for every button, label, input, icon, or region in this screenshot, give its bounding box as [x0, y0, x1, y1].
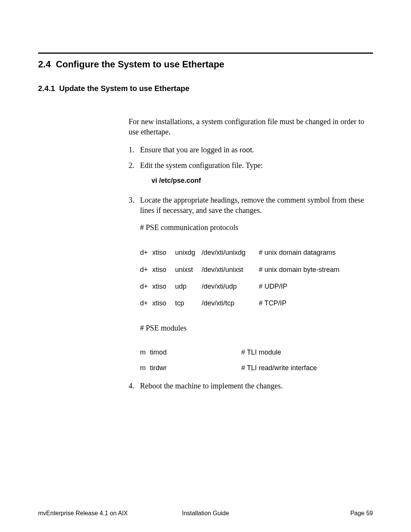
table-row: d+ xtiso unixst /dev/xti/unixst # unix d… [140, 261, 342, 278]
step-number: 3. [129, 195, 140, 375]
content-block: For new installations, a system configur… [129, 117, 373, 375]
step-number: 2. [129, 160, 140, 190]
step-number: 1. [129, 145, 140, 155]
table-row: m tirdwr # TLI read/write interface [140, 360, 320, 375]
step-content: Edit the system configuration file. Type… [140, 160, 373, 190]
step-content: Locate the appropriate headings, remove … [140, 195, 373, 375]
table-row: d+ xtiso tcp /dev/xti/tcp # TCP/IP [140, 295, 342, 312]
footer-left: mvEnterprise Release 4.1 on AIX [38, 510, 128, 517]
footer-center: Installation Guide [182, 510, 229, 517]
step-1: 1. Ensure that you are logged in as root… [129, 145, 373, 155]
subsection-number: 2.4.1 [38, 84, 55, 93]
subsection-title-text: Update the System to use Ethertape [59, 84, 190, 93]
section-number: 2.4 [38, 59, 51, 69]
steps-list: 1. Ensure that you are logged in as root… [129, 145, 373, 375]
section-title: 2.4 Configure the System to use Ethertap… [38, 59, 373, 70]
intro-paragraph: For new installations, a system configur… [129, 117, 373, 137]
table-row: d+ xtiso udp /dev/xti/udp # UDP/IP [140, 278, 342, 295]
step-number: 4. [129, 381, 140, 391]
step-4: 4. Reboot the machine to implement the c… [129, 381, 373, 391]
step-2: 2. Edit the system configuration file. T… [129, 160, 373, 190]
subsection-title: 2.4.1 Update the System to use Ethertape [38, 84, 373, 93]
step-3: 3. Locate the appropriate headings, remo… [129, 195, 373, 375]
step-content: Ensure that you are logged in as root. [140, 145, 373, 155]
step-content: Reboot the machine to implement the chan… [140, 381, 373, 391]
table-row: m timod # TLI module [140, 345, 320, 360]
pse-modules-label: # PSE modules [140, 323, 373, 333]
vi-command: vi /etc/pse.conf [151, 176, 373, 185]
section-divider [38, 53, 373, 54]
root-literal: root [240, 146, 252, 154]
table-row: d+ xtiso unixdg /dev/xti/unixdg # unix d… [140, 244, 342, 261]
pse-protocols-section: # PSE communication protocols d+ xtiso u… [140, 222, 373, 375]
section-title-text: Configure the System to use Ethertape [56, 59, 225, 69]
footer-right: Page 59 [350, 510, 373, 517]
page-footer: mvEnterprise Release 4.1 on AIX Installa… [38, 510, 373, 517]
protocols-table: d+ xtiso unixdg /dev/xti/unixdg # unix d… [140, 244, 342, 312]
step-4-list: 4. Reboot the machine to implement the c… [129, 381, 373, 391]
modules-table: m timod # TLI module m tirdwr # TLI read… [140, 345, 320, 375]
pse-protocols-label: # PSE communication protocols [140, 222, 373, 233]
